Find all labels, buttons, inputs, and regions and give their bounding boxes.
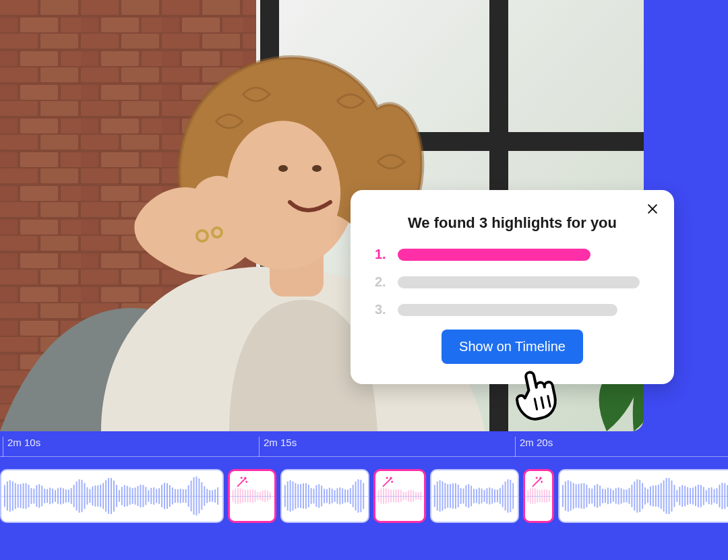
svg-point-17	[312, 165, 322, 172]
timeline-clip-highlight[interactable]	[373, 469, 426, 523]
magic-wand-icon	[235, 475, 249, 489]
timeline-clip-highlight[interactable]	[228, 469, 276, 523]
magic-wand-icon	[530, 475, 544, 489]
timeline-clip-highlight[interactable]	[523, 469, 554, 523]
timeline-clip[interactable]	[280, 469, 369, 523]
highlight-row[interactable]: 3.	[375, 302, 650, 317]
timeline-tick: 2m 10s	[3, 437, 40, 457]
highlight-bar	[398, 304, 617, 316]
highlight-bar	[398, 276, 640, 288]
highlights-popup: We found 3 highlights for you 1.2.3. Sho…	[351, 190, 674, 384]
highlights-list: 1.2.3.	[375, 247, 650, 317]
timeline-clip[interactable]	[0, 469, 224, 523]
svg-point-16	[278, 165, 288, 172]
show-on-timeline-button[interactable]: Show on Timeline	[442, 330, 583, 364]
magic-wand-icon	[381, 475, 394, 489]
timeline[interactable]: 2m 10s2m 15s2m 20s	[0, 437, 728, 560]
highlight-number: 1.	[375, 247, 390, 262]
highlight-row[interactable]: 1.	[375, 247, 650, 262]
popup-title: We found 3 highlights for you	[375, 214, 650, 232]
highlight-number: 2.	[375, 274, 390, 290]
timeline-tick: 2m 20s	[515, 437, 553, 457]
timeline-clip[interactable]	[558, 469, 728, 523]
close-button[interactable]	[643, 199, 662, 218]
timeline-clip[interactable]	[430, 469, 519, 523]
timeline-ruler: 2m 10s2m 15s2m 20s	[0, 437, 728, 457]
highlight-bar	[398, 249, 590, 261]
close-icon	[646, 202, 659, 216]
timeline-track[interactable]	[0, 469, 728, 523]
highlight-number: 3.	[375, 302, 390, 317]
timeline-tick: 2m 15s	[259, 437, 297, 457]
highlight-row[interactable]: 2.	[375, 274, 650, 290]
